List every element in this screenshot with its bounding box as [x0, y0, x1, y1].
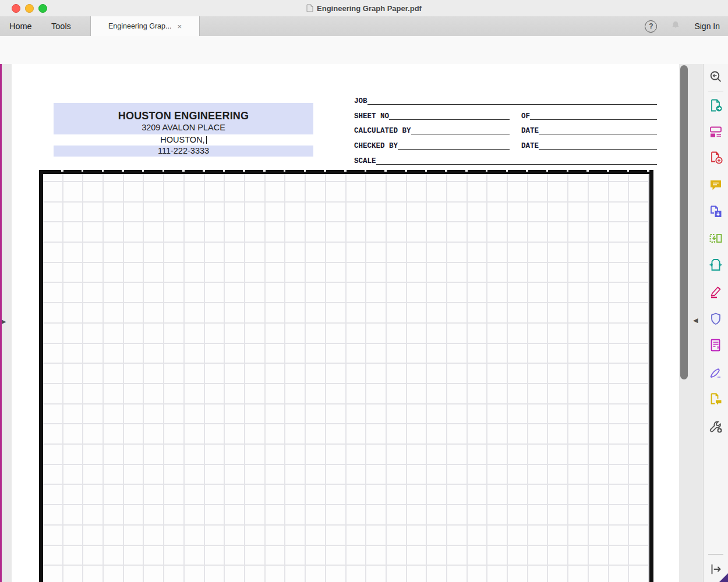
company-name-field[interactable]: HOUSTON ENGINEERING: [54, 103, 313, 123]
sheet-no-line[interactable]: [389, 110, 510, 120]
window-title: Engineering Graph Paper.pdf: [306, 4, 422, 13]
calculated-by-label: CALCULATED BY: [354, 127, 411, 135]
form-row-sheet: SHEET NO OF: [354, 111, 657, 120]
screen-edge-marker: [0, 64, 2, 582]
minimize-window-button[interactable]: [25, 4, 34, 13]
protect-icon[interactable]: [708, 311, 723, 327]
search-document-icon[interactable]: [708, 69, 723, 84]
tab-tools[interactable]: Tools: [51, 16, 71, 36]
checked-by-label: CHECKED BY: [354, 143, 398, 150]
titlebar: Engineering Graph Paper.pdf: [0, 0, 728, 17]
left-panel-expand-icon[interactable]: ▶: [1, 318, 6, 325]
corner-wedge: [719, 573, 728, 582]
comment-tool-icon[interactable]: [708, 178, 723, 193]
prepare-form-icon[interactable]: [708, 338, 723, 353]
calculated-by-line[interactable]: [411, 125, 510, 134]
of-label: OF: [521, 113, 530, 120]
create-pdf-icon[interactable]: [708, 150, 723, 165]
job-label: JOB: [354, 98, 367, 105]
tools-rail: [703, 64, 728, 582]
compress-pdf-icon[interactable]: [708, 257, 723, 272]
company-header-block: HOUSTON ENGINEERING 3209 AVALON PLACE HO…: [54, 103, 313, 157]
acrobat-window: Engineering Graph Paper.pdf Home Tools E…: [0, 0, 728, 582]
grid-tick-marks: [43, 170, 649, 172]
close-tab-icon[interactable]: ×: [177, 23, 182, 30]
form-row-scale: SCALE: [354, 155, 657, 165]
checked-by-line[interactable]: [398, 140, 510, 150]
more-tools-icon[interactable]: [708, 419, 723, 434]
fill-sign-icon[interactable]: [708, 365, 723, 380]
export-pdf-icon[interactable]: [708, 98, 723, 113]
tab-document-label: Engineering Grap...: [108, 22, 171, 30]
right-panel-collapse-icon[interactable]: ◀: [693, 317, 698, 324]
vertical-scrollbar-thumb[interactable]: [680, 65, 688, 379]
sign-in-button[interactable]: Sign In: [694, 22, 720, 31]
date-label-a: DATE: [521, 127, 539, 135]
document-proxy-icon: [306, 4, 313, 12]
request-signatures-icon[interactable]: [708, 392, 723, 407]
date-line-b[interactable]: [539, 140, 657, 150]
toolbar: 1 / 1 123% ▾ ▾: [0, 36, 728, 65]
combine-files-icon[interactable]: [708, 204, 723, 219]
date-label-b: DATE: [521, 143, 539, 150]
graph-grid: [39, 170, 653, 582]
tab-home[interactable]: Home: [9, 16, 32, 36]
form-row-job: JOB: [354, 95, 657, 105]
date-line-a[interactable]: [539, 125, 657, 134]
form-row-calculated: CALCULATED BY DATE: [354, 125, 657, 134]
of-line[interactable]: [530, 110, 657, 120]
redact-icon[interactable]: [708, 284, 723, 299]
pdf-page: HOUSTON ENGINEERING 3209 AVALON PLACE HO…: [12, 64, 679, 582]
close-window-button[interactable]: [12, 4, 20, 13]
tab-bar: Home Tools Engineering Grap... × ? Sign …: [0, 16, 728, 37]
company-city-field[interactable]: HOUSTON,: [54, 134, 313, 145]
tab-document[interactable]: Engineering Grap... ×: [90, 16, 200, 36]
traffic-lights: [12, 4, 47, 13]
notifications-bell-icon[interactable]: [670, 19, 681, 33]
text-cursor: [206, 136, 207, 144]
job-line[interactable]: [367, 95, 657, 105]
company-phone-field[interactable]: 111-222-3333: [54, 146, 313, 157]
form-row-checked: CHECKED BY DATE: [354, 140, 657, 150]
organize-pages-icon[interactable]: [708, 231, 723, 246]
zoom-window-button[interactable]: [38, 4, 47, 13]
window-title-text: Engineering Graph Paper.pdf: [317, 4, 422, 13]
edit-pdf-icon[interactable]: [708, 124, 723, 139]
sheet-no-label: SHEET NO: [354, 113, 389, 120]
scale-label: SCALE: [354, 158, 376, 165]
document-viewport: HOUSTON ENGINEERING 3209 AVALON PLACE HO…: [0, 64, 704, 582]
scale-line[interactable]: [376, 155, 657, 165]
help-icon[interactable]: ?: [645, 20, 657, 33]
company-address-field[interactable]: 3209 AVALON PLACE: [54, 123, 313, 134]
